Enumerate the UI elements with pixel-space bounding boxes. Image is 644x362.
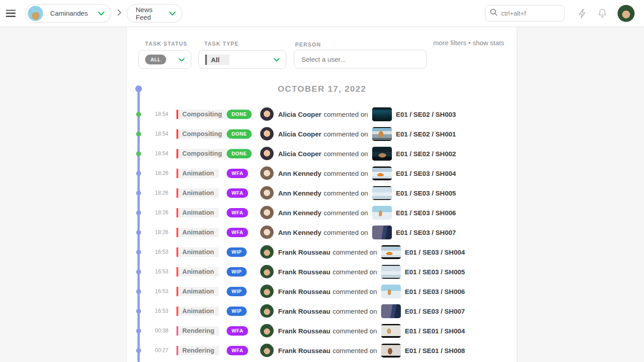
entity-name[interactable]: E01 / SE02 / SH003 bbox=[396, 111, 456, 118]
shot-thumbnail[interactable] bbox=[381, 245, 401, 259]
task-status-badge[interactable]: WFA bbox=[227, 346, 248, 355]
person-name[interactable]: Alicia Cooper bbox=[278, 150, 322, 158]
news-entry-row: 16:53 Animation WIP Frank Rousseau comme… bbox=[127, 262, 517, 281]
task-status-badge[interactable]: DONE bbox=[227, 149, 252, 158]
news-entries-list: 18:54 Compositing DONE Alicia Cooper com… bbox=[127, 104, 517, 360]
global-search[interactable] bbox=[485, 5, 565, 21]
task-type-label: TASK TYPE bbox=[204, 41, 239, 47]
news-entry-row: 16:53 Animation WIP Frank Rousseau comme… bbox=[127, 281, 517, 301]
task-type-chip: Compositing bbox=[176, 110, 227, 119]
person-name[interactable]: Frank Rousseau bbox=[278, 268, 331, 276]
person-name[interactable]: Frank Rousseau bbox=[278, 347, 331, 354]
entity-name[interactable]: E01 / SE03 / SH007 bbox=[405, 307, 465, 315]
more-filters-link[interactable]: more filters bbox=[433, 39, 466, 47]
news-entry-row: 18:54 Compositing DONE Alicia Cooper com… bbox=[127, 144, 517, 163]
shot-thumbnail[interactable] bbox=[372, 226, 392, 239]
task-type-chip: Animation bbox=[176, 307, 219, 316]
notifications-bell-icon[interactable] bbox=[598, 8, 607, 18]
task-status-badge[interactable]: WIP bbox=[227, 287, 247, 296]
shot-thumbnail[interactable] bbox=[381, 344, 401, 358]
task-status-badge[interactable]: WFA bbox=[227, 188, 248, 198]
person-select-input[interactable] bbox=[294, 50, 427, 68]
task-status-badge[interactable]: DONE bbox=[227, 129, 252, 139]
entity-name[interactable]: E01 / SE03 / SH007 bbox=[396, 229, 456, 236]
production-switcher[interactable]: Caminandes bbox=[25, 4, 111, 23]
person-name[interactable]: Frank Rousseau bbox=[278, 327, 331, 335]
menu-icon[interactable] bbox=[6, 10, 16, 17]
timeline-dot bbox=[136, 132, 141, 136]
shot-thumbnail[interactable] bbox=[372, 166, 392, 180]
person-name[interactable]: Ann Kennedy bbox=[278, 229, 322, 236]
person-name[interactable]: Frank Rousseau bbox=[278, 288, 331, 295]
entity-name[interactable]: E01 / SE03 / SH005 bbox=[396, 189, 456, 197]
shot-thumbnail[interactable] bbox=[372, 107, 392, 121]
person-name[interactable]: Ann Kennedy bbox=[278, 209, 322, 217]
action-text: commented on bbox=[324, 170, 368, 177]
task-status-select[interactable]: ALL bbox=[138, 50, 191, 69]
production-avatar bbox=[28, 6, 43, 21]
user-avatar[interactable] bbox=[618, 5, 635, 22]
shot-thumbnail[interactable] bbox=[372, 186, 392, 200]
task-status-badge[interactable]: WFA bbox=[227, 169, 248, 178]
entity-name[interactable]: E01 / SE03 / SH006 bbox=[396, 209, 456, 217]
action-text: commented on bbox=[333, 288, 377, 295]
person-avatar bbox=[260, 107, 274, 121]
entity-name[interactable]: E01 / SE02 / SH002 bbox=[396, 150, 456, 158]
timeline-dot bbox=[136, 328, 141, 333]
filter-links: more filters • show stats bbox=[433, 39, 504, 47]
entity-name[interactable]: E01 / SE01 / SH008 bbox=[405, 347, 465, 354]
person-avatar bbox=[260, 265, 274, 278]
shot-thumbnail[interactable] bbox=[372, 206, 392, 220]
entity-name[interactable]: E01 / SE02 / SH001 bbox=[396, 130, 456, 138]
date-header: OCTOBER 17, 2022 bbox=[127, 84, 517, 94]
entity-name[interactable]: E01 / SE03 / SH004 bbox=[396, 170, 456, 177]
show-stats-link[interactable]: show stats bbox=[472, 39, 504, 47]
person-name[interactable]: Ann Kennedy bbox=[278, 170, 322, 177]
timeline-dot bbox=[136, 171, 141, 176]
person-name[interactable]: Frank Rousseau bbox=[278, 307, 331, 315]
shot-thumbnail[interactable] bbox=[381, 324, 401, 338]
person-avatar bbox=[260, 166, 274, 180]
timeline-dot bbox=[136, 191, 141, 196]
task-type-chip: Animation bbox=[176, 208, 219, 217]
entity-name[interactable]: E01 / SE01 / SH004 bbox=[405, 327, 465, 335]
news-entry-row: 00:27 Rendering WFA Frank Rousseau comme… bbox=[127, 341, 517, 360]
action-text: commented on bbox=[333, 347, 377, 354]
entity-name[interactable]: E01 / SE03 / SH006 bbox=[405, 288, 465, 295]
shot-thumbnail[interactable] bbox=[372, 147, 392, 161]
action-text: commented on bbox=[324, 229, 368, 236]
shot-thumbnail[interactable] bbox=[381, 304, 401, 318]
entity-name[interactable]: E01 / SE03 / SH005 bbox=[405, 268, 465, 276]
timesheet-flash-icon[interactable] bbox=[577, 8, 587, 19]
shot-thumbnail[interactable] bbox=[381, 285, 401, 298]
entry-time: 16:53 bbox=[127, 308, 168, 314]
search-input[interactable] bbox=[501, 10, 559, 17]
task-status-badge[interactable]: WFA bbox=[227, 228, 248, 237]
person-name[interactable]: Alicia Cooper bbox=[278, 111, 322, 118]
task-status-badge[interactable]: WIP bbox=[227, 307, 247, 316]
entity-name[interactable]: E01 / SE03 / SH004 bbox=[405, 248, 465, 256]
page-selector[interactable]: News Feed bbox=[127, 4, 182, 23]
person-name[interactable]: Alicia Cooper bbox=[278, 130, 322, 138]
task-status-badge[interactable]: WFA bbox=[227, 208, 248, 217]
person-name[interactable]: Frank Rousseau bbox=[278, 248, 331, 256]
timeline-dot bbox=[136, 309, 141, 314]
person-avatar bbox=[260, 127, 274, 141]
page-selector-value: News Feed bbox=[136, 6, 169, 21]
task-status-badge[interactable]: WIP bbox=[227, 247, 247, 257]
shot-thumbnail[interactable] bbox=[372, 127, 392, 141]
task-status-badge[interactable]: WFA bbox=[227, 326, 248, 336]
top-bar: Caminandes News Feed bbox=[0, 0, 644, 27]
chevron-down-icon bbox=[179, 55, 185, 64]
task-status-badge[interactable]: DONE bbox=[227, 110, 252, 119]
entry-time: 16:53 bbox=[127, 288, 168, 294]
news-entry-row: 16:53 Animation WIP Frank Rousseau comme… bbox=[127, 242, 517, 262]
task-status-badge[interactable]: WIP bbox=[227, 267, 247, 277]
shot-thumbnail[interactable] bbox=[381, 265, 401, 279]
action-text: commented on bbox=[324, 130, 368, 138]
person-avatar bbox=[260, 304, 274, 318]
task-type-select[interactable]: All bbox=[198, 50, 286, 69]
timeline-dot bbox=[136, 289, 141, 294]
person-name[interactable]: Ann Kennedy bbox=[278, 189, 322, 197]
production-name: Caminandes bbox=[50, 9, 98, 17]
